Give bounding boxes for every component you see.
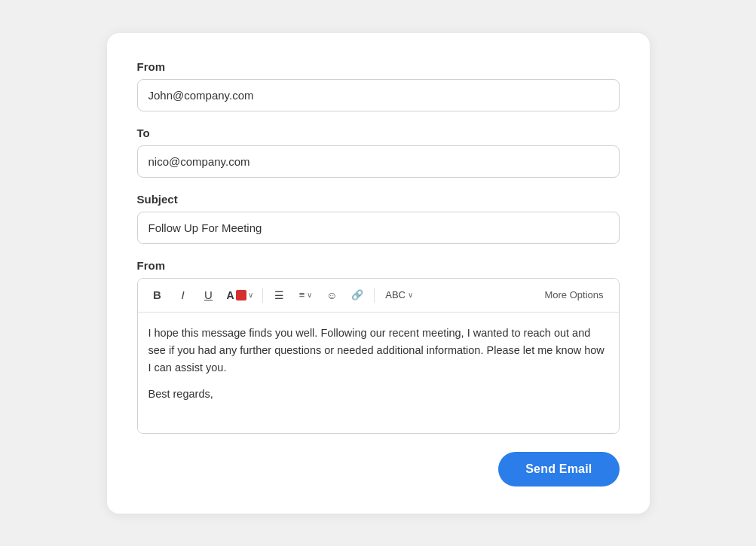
abc-chevron-icon: ∨: [408, 291, 413, 299]
underline-button[interactable]: U: [198, 285, 219, 306]
list-icon: ☰: [274, 289, 284, 301]
email-compose-card: From To Subject From B I U A ∨: [107, 33, 650, 514]
abc-dropdown[interactable]: ABC ∨: [381, 285, 418, 306]
body-text-line1: I hope this message finds you well. Foll…: [148, 325, 608, 377]
bold-button[interactable]: B: [147, 285, 168, 306]
from-field-group: From: [137, 60, 620, 111]
align-chevron-icon: ∨: [307, 291, 312, 299]
link-button[interactable]: 🔗: [347, 285, 368, 306]
color-letter: A: [227, 289, 234, 301]
from-input[interactable]: [137, 79, 620, 111]
from-label: From: [137, 60, 620, 73]
align-button[interactable]: ≡ ∨: [295, 285, 317, 306]
subject-input[interactable]: [137, 212, 620, 244]
toolbar-divider-2: [374, 288, 375, 303]
toolbar-divider-1: [262, 288, 263, 303]
text-color-button[interactable]: A ∨: [224, 285, 256, 306]
italic-button[interactable]: I: [173, 285, 194, 306]
color-indicator: [236, 290, 246, 300]
body-label: From: [137, 259, 620, 272]
align-icon: ≡: [299, 289, 305, 300]
body-text-line2: Best regards,: [148, 386, 608, 403]
subject-field-group: Subject: [137, 193, 620, 244]
emoji-button[interactable]: ☺: [321, 285, 342, 306]
to-label: To: [137, 127, 620, 139]
send-email-button[interactable]: Send Email: [498, 452, 619, 487]
editor-content[interactable]: I hope this message finds you well. Foll…: [138, 313, 619, 433]
to-input[interactable]: [137, 145, 620, 178]
link-icon: 🔗: [351, 289, 363, 300]
more-options-button[interactable]: More Options: [538, 286, 609, 304]
footer-row: Send Email: [137, 452, 620, 487]
abc-label: ABC: [385, 289, 406, 300]
emoji-icon: ☺: [326, 289, 337, 301]
editor-toolbar: B I U A ∨ ☰ ≡ ∨ ☺: [138, 279, 619, 313]
body-section: From B I U A ∨ ☰ ≡ ∨: [137, 259, 620, 434]
list-button[interactable]: ☰: [269, 285, 290, 306]
subject-label: Subject: [137, 193, 620, 206]
editor-wrapper: B I U A ∨ ☰ ≡ ∨ ☺: [137, 278, 620, 434]
color-chevron-icon: ∨: [248, 291, 253, 299]
to-field-group: To: [137, 127, 620, 178]
